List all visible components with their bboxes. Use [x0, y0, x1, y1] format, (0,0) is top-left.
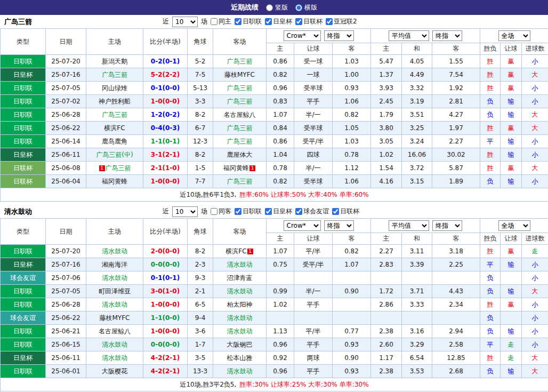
corner-cell: 6-5 [188, 298, 213, 311]
team-name-text: 湘南海洋 [102, 261, 127, 268]
avg-away-odds: 2.25 [432, 258, 480, 271]
handicap-home-odds: 1.02 [267, 298, 294, 311]
handicap-line-cell: 平手 [294, 365, 333, 378]
odds-company-select[interactable]: Crow* [284, 220, 321, 231]
avg-away-odds: 1.89 [432, 175, 480, 188]
same-venue-checkbox[interactable] [211, 18, 217, 25]
score-cell: 2-1(1-0) [143, 162, 188, 175]
average-select[interactable]: 平均值 [389, 30, 429, 41]
match-date-cell: 25-07-02 [46, 95, 86, 108]
col-header-avg-draw: 和 [402, 43, 432, 55]
layout-radio-horizontal[interactable]: 横版 [295, 3, 317, 12]
handicap-line-cell: 受半球 [294, 122, 333, 135]
match-type-cell: 日职联 [1, 82, 46, 95]
full-match-select[interactable]: 全场 [498, 220, 530, 231]
score-cell: 1-0(0-0) [143, 325, 188, 338]
final-odds-select[interactable]: 终指 [324, 220, 354, 231]
avg-draw-odds: 3.72 [402, 162, 432, 175]
corner-cell: 7-7 [188, 175, 213, 188]
handicap-away-odds: 1.06 [333, 175, 371, 188]
same-venue-label: 同客 [219, 207, 231, 216]
score-cell: 0-1(0-0) [143, 82, 188, 95]
match-date-cell: 25-06-04 [46, 175, 86, 188]
avg-draw-odds: 3.51 [402, 108, 432, 122]
team-name-text: 松本山雅 [227, 354, 253, 362]
team-name-text: 鹿屋体大 [227, 151, 253, 158]
col-header-odd-away: 客 [333, 233, 371, 245]
league-filter-checkbox[interactable] [265, 18, 272, 25]
avg-home-odds: 1.79 [371, 108, 402, 122]
league-filter-0[interactable]: 日职联 [235, 17, 262, 26]
horizontal-radio-input[interactable] [295, 4, 302, 11]
score-cell: 3-0(1-0) [143, 285, 188, 298]
score-cell: 5-2(2-2) [143, 68, 188, 82]
team-name: 广岛三箭 [4, 17, 32, 27]
handicap-result-cell [501, 311, 522, 325]
handicap-away-odds: 0.90 [333, 351, 371, 365]
league-filter-1[interactable]: 日皇杯 [265, 207, 292, 216]
league-filter-2[interactable]: 球会友谊 [295, 207, 329, 216]
handicap-away-odds: 1.03 [333, 135, 371, 148]
away-team-cell: 广岛三箭 [213, 95, 267, 108]
result-cell: 平 [480, 135, 501, 148]
avg-home-odds: 2.83 [371, 258, 402, 271]
goals-result-cell: 大 [522, 365, 548, 378]
corner-cell: 9-3 [188, 271, 213, 285]
away-team-cell: 柏太阳神 [213, 298, 267, 311]
score-cell: 1-0(0-0) [143, 175, 188, 188]
league-filter-label: 亚冠联2 [334, 17, 357, 26]
team-name-text: 清水鼓动 [227, 287, 253, 295]
matches-label: 场 [201, 207, 207, 216]
match-type-cell: 日职联 [1, 285, 46, 298]
col-header-avg-away: 客 [432, 233, 480, 245]
away-team-cell: 横滨FC1 [213, 245, 267, 258]
league-filter-3[interactable]: 亚冠联2 [326, 17, 357, 26]
league-filter-checkbox[interactable] [332, 208, 339, 215]
league-filter-checkbox[interactable] [235, 208, 241, 215]
score-cell: 0-4(0-3) [143, 122, 188, 135]
col-header-type: 类型 [1, 219, 46, 245]
match-row: 日皇杯25-06-11广岛三箭(中)3-1(2-1)8-2鹿屋体大1.04四球0… [1, 148, 548, 162]
match-type-cell: 日皇杯 [1, 148, 46, 162]
avg-away-odds: 30.02 [432, 148, 480, 162]
vertical-radio-input[interactable] [266, 4, 273, 11]
result-cell: 平 [480, 338, 501, 351]
same-venue-checkbox[interactable] [211, 208, 217, 215]
league-filter-checkbox[interactable] [235, 18, 241, 25]
handicap-line-cell: 两球 [294, 351, 333, 365]
full-match-select[interactable]: 全场 [498, 30, 530, 41]
layout-radio-vertical[interactable]: 竖版 [266, 3, 288, 12]
final-odds-select[interactable]: 终指 [432, 220, 462, 231]
average-select[interactable]: 平均值 [389, 220, 429, 231]
away-team-cell: 福冈黄蜂1 [213, 162, 267, 175]
same-venue-filter[interactable]: 同客 [211, 207, 231, 216]
col-header-result: 胜负 [480, 43, 501, 55]
handicap-away-odds [333, 271, 371, 285]
league-filter-3[interactable]: 日联杯 [332, 207, 359, 216]
avg-home-odds: 3.80 [371, 122, 402, 135]
corner-cell: 13-3 [188, 365, 213, 378]
final-odds-select[interactable]: 终指 [324, 30, 354, 41]
col-header-avg-away: 客 [432, 43, 480, 55]
handicap-away-odds: 0.78 [333, 148, 371, 162]
same-venue-filter[interactable]: 同主 [211, 17, 231, 26]
corner-cell: 7-5 [188, 68, 213, 82]
home-team-cell: 冈山绿雉 [86, 82, 143, 95]
handicap-result-cell: 赢 [501, 162, 522, 175]
result-cell: 负 [480, 271, 501, 285]
match-count-select[interactable]: 10 [172, 206, 198, 217]
league-filter-checkbox[interactable] [295, 208, 302, 215]
match-count-select[interactable]: 10 [172, 17, 198, 27]
league-filter-checkbox[interactable] [326, 18, 333, 25]
handicap-home-odds: 0.86 [267, 55, 294, 68]
league-filter-2[interactable]: 日联杯 [295, 17, 323, 26]
home-team-cell: 藤枝MYFC [86, 311, 143, 325]
odds-company-select[interactable]: Crow* [284, 30, 321, 41]
goals-result-cell: 大 [522, 285, 548, 298]
league-filter-0[interactable]: 日职联 [235, 207, 262, 216]
final-odds-select[interactable]: 终指 [432, 30, 462, 41]
league-filter-checkbox[interactable] [265, 208, 272, 215]
league-filter-checkbox[interactable] [295, 18, 302, 25]
league-filter-1[interactable]: 日皇杯 [265, 17, 292, 26]
handicap-line-cell: 平/半 [294, 245, 333, 258]
